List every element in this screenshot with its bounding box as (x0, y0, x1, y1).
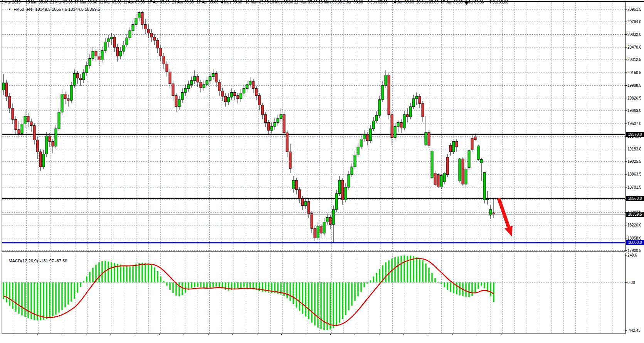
time-axis-label: 22 May 05:00 (294, 0, 318, 4)
macd-bar (120, 265, 121, 282)
candle (391, 112, 393, 145)
candle (483, 172, 486, 203)
candle (12, 103, 14, 124)
time-axis-label: 20 Jun 05:00 (416, 0, 439, 4)
macd-bar (428, 268, 429, 282)
candle (286, 130, 288, 157)
time-axis-label: 17 Apr 05:00 (148, 0, 170, 4)
macd-bar (422, 260, 423, 282)
macd-bar (191, 282, 192, 288)
chart-title: ▼HK50-,H418349.5 18557.5 18344.5 18359.5 (3, 2, 100, 16)
candle (178, 96, 180, 110)
candle (156, 38, 159, 53)
time-axis-label: 27 Apr 05:00 (197, 0, 219, 4)
macd-bar (61, 282, 62, 310)
macd-bar (80, 282, 81, 287)
candle (369, 125, 372, 143)
macd-bar (212, 282, 214, 287)
trading-chart-window: ▼HK50-,H418349.5 18557.5 18344.5 18359.5… (0, 0, 644, 343)
macd-layer (3, 255, 494, 330)
macd-bar (425, 264, 426, 282)
price-tag: 19370.0 (626, 132, 644, 137)
macd-bar (98, 262, 99, 282)
candle (452, 141, 455, 154)
candle (175, 93, 177, 112)
macd-bar (342, 282, 343, 319)
macd-bar (101, 261, 103, 282)
macd-bar (336, 282, 337, 326)
macd-bar (160, 276, 161, 282)
macd-bar (237, 282, 238, 288)
candle (471, 134, 473, 152)
candle (477, 145, 479, 161)
candle (332, 206, 335, 242)
macd-bar (299, 282, 300, 311)
candle (277, 115, 279, 126)
candle (129, 27, 131, 40)
macd-bar (46, 282, 47, 319)
candle (267, 120, 270, 135)
candle (193, 70, 196, 84)
candle (406, 108, 409, 123)
macd-bar (9, 282, 10, 306)
macd-bar (249, 282, 251, 289)
candle (218, 80, 220, 96)
candle (221, 88, 224, 101)
price-axis-label: 20470.0 (627, 45, 641, 49)
macd-bar (200, 282, 201, 287)
chart-canvas[interactable] (0, 0, 644, 343)
macd-bar (71, 282, 72, 302)
candle (400, 119, 402, 133)
candle (203, 81, 205, 91)
candle (33, 123, 35, 144)
macd-bar (450, 282, 451, 292)
candle (378, 96, 381, 118)
candle (8, 93, 11, 113)
candle (382, 81, 384, 102)
candle (345, 183, 347, 202)
macd-bar (194, 282, 195, 287)
candle (419, 94, 421, 108)
macd-indicator-label: MACD(12,26,9)-181.97 -87.56 (4, 254, 67, 268)
macd-bar (246, 282, 247, 288)
candle (252, 79, 254, 93)
candle (437, 173, 439, 188)
macd-bar (314, 282, 315, 326)
macd-bar (77, 282, 78, 293)
candle (388, 73, 390, 119)
macd-bar (166, 282, 167, 286)
symbol-dropdown-icon[interactable]: ▼ (8, 8, 11, 11)
ohlc-values: 18349.5 18557.5 18344.5 18359.5 (35, 7, 100, 12)
macd-bar (178, 282, 180, 296)
candle (147, 24, 150, 38)
price-tag: 18359.5 (626, 212, 644, 217)
candle (394, 123, 396, 140)
candle (412, 95, 415, 109)
macd-bar (323, 282, 325, 330)
macd-bar (490, 282, 491, 296)
candle (372, 117, 375, 131)
candle (237, 93, 239, 104)
macd-bar (215, 282, 217, 287)
candle (283, 112, 285, 138)
macd-bar (3, 282, 4, 299)
time-axis-label: 14 Jun 05:00 (392, 0, 414, 4)
price-axis-label: 20150.5 (627, 71, 641, 75)
macd-bar (305, 282, 306, 316)
candle (135, 15, 137, 28)
macd-bar (182, 282, 183, 295)
macd-bar (92, 268, 93, 282)
price-axis-label: 19507.0 (627, 122, 641, 126)
macd-bar (493, 282, 494, 302)
candle (240, 89, 242, 102)
macd-bar (157, 271, 158, 282)
candle (314, 226, 316, 241)
candle (289, 144, 291, 173)
candle (52, 139, 54, 153)
candle (230, 88, 233, 100)
macd-bar (114, 263, 115, 282)
macd-bar (296, 282, 297, 308)
candle (132, 20, 134, 34)
macd-bar (360, 282, 362, 292)
candle (153, 34, 156, 45)
